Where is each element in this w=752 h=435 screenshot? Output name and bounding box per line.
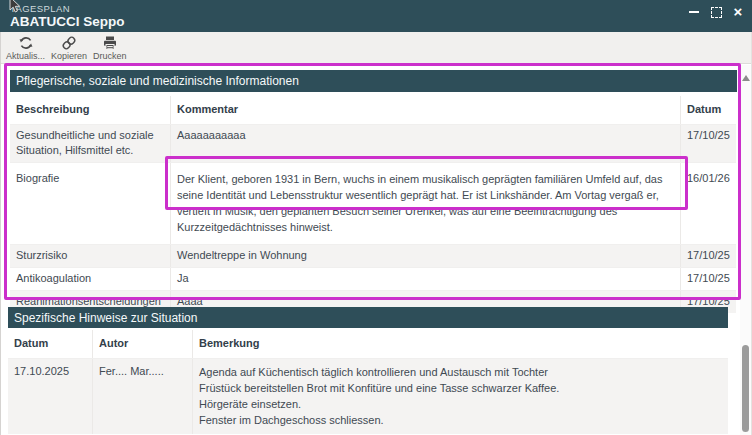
scroll-up-arrow-icon[interactable] <box>742 75 750 81</box>
cell-beschreibung: Biografie <box>10 163 170 244</box>
cell-datum: 17.10.2025 <box>8 359 92 434</box>
cell-beschreibung: Gesundheitliche und soziale Situation, H… <box>10 125 170 162</box>
section-title: Pflegerische, soziale und medizinische I… <box>16 74 299 88</box>
column-header-beschreibung: Beschreibung <box>10 96 170 124</box>
hinweise-table: Datum Autor Bemerkung 17.10.2025 Fer....… <box>8 330 728 434</box>
print-button-label: Drucken <box>93 51 127 62</box>
maximize-icon <box>711 7 722 18</box>
cell-datum: 17/10/25 <box>680 125 736 162</box>
cell-autor: Fer.... Mar..... <box>92 359 192 434</box>
column-header-bemerkung: Bemerkung <box>192 330 728 358</box>
bemerkung-line: Früstück bereitstellen Brot mit Konfitür… <box>199 380 724 396</box>
column-header-datum: Datum <box>680 96 736 124</box>
cell-kommentar: Ja <box>170 268 680 290</box>
table-row-biografie[interactable]: Biografie Der Klient, geboren 1931 in Be… <box>10 162 736 244</box>
app-title: TAGESPLAN <box>10 3 744 14</box>
print-button[interactable]: Drucken <box>90 34 130 62</box>
table-row-hinweis[interactable]: 17.10.2025 Fer.... Mar..... Agenda auf K… <box>8 358 728 434</box>
table-header-row: Beschreibung Kommentar Datum <box>10 96 736 124</box>
bemerkung-line: Agenda auf Küchentisch täglich kontrolli… <box>199 364 724 380</box>
section-title: Spezifische Hinweise zur Situation <box>14 311 197 325</box>
patient-name: ABATUCCI Seppo <box>10 14 744 30</box>
refresh-icon <box>18 35 34 51</box>
cell-kommentar: Wendeltreppe in Wohnung <box>170 245 680 267</box>
close-button[interactable]: × <box>730 4 746 20</box>
title-bar: TAGESPLAN ABATUCCI Seppo × <box>0 0 752 32</box>
cell-bemerkung: Agenda auf Küchentisch täglich kontrolli… <box>192 359 728 434</box>
copy-button-label: Kopieren <box>51 51 87 62</box>
vertical-scrollbar[interactable] <box>740 65 751 435</box>
table-row-antikoagulation[interactable]: Antikoagulation Ja 17/10/25 <box>10 267 736 290</box>
section-header-pflegerische-informationen: Pflegerische, soziale und medizinische I… <box>10 70 737 92</box>
column-header-kommentar: Kommentar <box>170 96 680 124</box>
minimize-icon <box>689 11 699 13</box>
bemerkung-line: Hörgeräte einsetzen. <box>199 396 724 412</box>
link-icon <box>61 35 77 51</box>
column-header-autor: Autor <box>92 330 192 358</box>
cell-kommentar: Aaaaaaaaaaa <box>170 125 680 162</box>
bemerkung-line: Fenster im Dachgeschoss schliessen. <box>199 412 724 428</box>
refresh-button[interactable]: Aktualis... <box>3 34 48 62</box>
cell-kommentar: Der Klient, geboren 1931 in Bern, wuchs … <box>170 163 680 244</box>
section-header-spezifische-hinweise: Spezifische Hinweise zur Situation <box>8 307 728 328</box>
cell-beschreibung: Sturzrisiko <box>10 245 170 267</box>
minimize-button[interactable] <box>686 4 702 20</box>
cell-beschreibung: Antikoagulation <box>10 268 170 290</box>
close-icon: × <box>734 5 743 19</box>
cell-datum: 16/01/26 <box>680 163 736 244</box>
toolbar: Aktualis... Kopieren Drucken <box>1 32 751 64</box>
copy-button[interactable]: Kopieren <box>48 34 90 62</box>
cell-datum: 17/10/25 <box>680 245 736 267</box>
informationen-table: Beschreibung Kommentar Datum Gesundheitl… <box>10 96 736 313</box>
cell-datum: 17/10/25 <box>680 268 736 290</box>
column-header-datum: Datum <box>8 330 92 358</box>
table-header-row: Datum Autor Bemerkung <box>8 330 728 358</box>
scrollbar-thumb[interactable] <box>742 345 749 432</box>
printer-icon <box>102 35 118 51</box>
mouse-cursor <box>8 0 22 15</box>
window-controls: × <box>686 4 746 20</box>
table-row-gesundheitliche-situation[interactable]: Gesundheitliche und soziale Situation, H… <box>10 124 736 162</box>
refresh-button-label: Aktualis... <box>6 51 45 62</box>
table-row-sturzrisiko[interactable]: Sturzrisiko Wendeltreppe in Wohnung 17/1… <box>10 244 736 267</box>
maximize-button[interactable] <box>708 4 724 20</box>
